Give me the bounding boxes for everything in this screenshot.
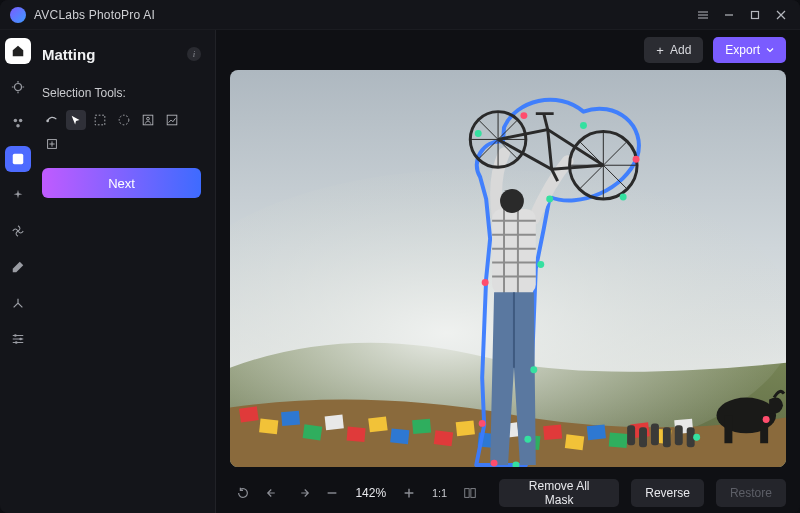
app-title: AVCLabs PhotoPro AI [34, 8, 155, 22]
restore-button[interactable]: Restore [716, 479, 786, 507]
export-label: Export [725, 43, 760, 57]
svg-point-7 [19, 338, 22, 341]
svg-rect-24 [368, 416, 387, 432]
tool-brush[interactable] [42, 110, 62, 130]
export-button[interactable]: Export [713, 37, 786, 63]
svg-point-11 [119, 115, 129, 125]
plus-icon: + [656, 44, 664, 57]
svg-rect-22 [325, 415, 344, 431]
svg-rect-23 [347, 427, 366, 442]
add-label: Add [670, 43, 691, 57]
svg-rect-43 [675, 425, 683, 445]
svg-rect-27 [434, 430, 453, 446]
svg-rect-42 [663, 427, 671, 447]
svg-point-72 [546, 196, 553, 203]
side-panel: Matting i Selection Tools: [36, 30, 216, 513]
svg-rect-10 [95, 115, 105, 125]
redo-button[interactable] [290, 480, 316, 506]
chevron-down-icon [766, 43, 774, 57]
svg-rect-32 [543, 425, 562, 440]
svg-rect-83 [471, 489, 475, 498]
svg-point-56 [500, 189, 524, 213]
tool-object[interactable] [162, 110, 182, 130]
titlebar: AVCLabs PhotoPro AI [0, 0, 800, 30]
svg-point-1 [15, 84, 22, 91]
menu-button[interactable] [690, 4, 716, 26]
close-button[interactable] [768, 4, 794, 26]
compare-button[interactable] [457, 480, 483, 506]
nav-color[interactable] [5, 254, 31, 280]
svg-rect-82 [465, 489, 469, 498]
nav-ai-tools[interactable] [5, 110, 31, 136]
ratio-label[interactable]: 1:1 [426, 487, 453, 499]
svg-rect-41 [651, 423, 659, 445]
nav-effects[interactable] [5, 218, 31, 244]
svg-point-68 [520, 112, 527, 119]
svg-point-69 [580, 122, 587, 129]
nav-home[interactable] [5, 38, 31, 64]
section-label: Selection Tools: [42, 86, 201, 100]
svg-rect-5 [13, 154, 24, 165]
svg-point-70 [633, 156, 640, 163]
panel-title: Matting [42, 46, 95, 63]
zoom-in-button[interactable] [396, 480, 422, 506]
svg-rect-35 [609, 433, 628, 448]
canvas[interactable] [230, 70, 786, 467]
next-button[interactable]: Next [42, 168, 201, 198]
svg-point-6 [14, 334, 17, 337]
svg-rect-28 [456, 421, 475, 437]
svg-point-75 [530, 366, 537, 373]
svg-rect-26 [412, 419, 431, 434]
svg-point-78 [491, 460, 498, 467]
zoom-out-button[interactable] [320, 480, 346, 506]
svg-point-81 [763, 416, 770, 423]
reverse-button[interactable]: Reverse [631, 479, 704, 507]
svg-point-2 [14, 119, 18, 123]
svg-point-77 [524, 436, 531, 443]
main-toolbar: + Add Export [216, 30, 800, 70]
zoom-value: 142% [349, 486, 392, 500]
selection-tools [42, 110, 201, 154]
tool-marquee-ellipse[interactable] [114, 110, 134, 130]
tool-expand[interactable] [42, 134, 62, 154]
svg-rect-34 [587, 424, 606, 440]
app-logo-icon [10, 7, 26, 23]
nav-crop[interactable] [5, 290, 31, 316]
minimize-button[interactable] [716, 4, 742, 26]
nav-settings[interactable] [5, 326, 31, 352]
tool-portrait[interactable] [138, 110, 158, 130]
svg-rect-39 [627, 425, 635, 445]
undo-button[interactable] [260, 480, 286, 506]
remove-all-mask-button[interactable]: Remove All Mask [499, 479, 619, 507]
nav-rail [0, 30, 36, 513]
svg-point-13 [147, 117, 150, 120]
svg-point-67 [475, 130, 482, 137]
svg-rect-33 [565, 434, 584, 450]
add-button[interactable]: + Add [644, 37, 703, 63]
tool-marquee-rect[interactable] [90, 110, 110, 130]
svg-point-73 [537, 261, 544, 268]
svg-point-9 [46, 120, 49, 123]
maximize-button[interactable] [742, 4, 768, 26]
svg-point-74 [482, 279, 489, 286]
svg-rect-18 [239, 406, 259, 422]
app-window: AVCLabs PhotoPro AI [0, 0, 800, 513]
nav-enhance[interactable] [5, 74, 31, 100]
svg-rect-46 [724, 415, 732, 443]
nav-matting[interactable] [5, 146, 31, 172]
svg-point-76 [479, 420, 486, 427]
nav-magic[interactable] [5, 182, 31, 208]
info-icon[interactable]: i [187, 47, 201, 61]
svg-rect-40 [639, 427, 647, 447]
svg-rect-19 [259, 419, 278, 435]
bottom-bar: 142% 1:1 Remove All Mask Reverse Restore [216, 473, 800, 513]
svg-rect-14 [167, 115, 177, 125]
svg-point-3 [19, 119, 23, 123]
svg-rect-25 [390, 428, 409, 444]
svg-point-4 [16, 124, 20, 128]
svg-rect-21 [303, 424, 323, 440]
tool-lasso[interactable] [66, 110, 86, 130]
svg-rect-0 [752, 11, 759, 18]
reset-view-button[interactable] [230, 480, 256, 506]
main-area: + Add Export [216, 30, 800, 513]
